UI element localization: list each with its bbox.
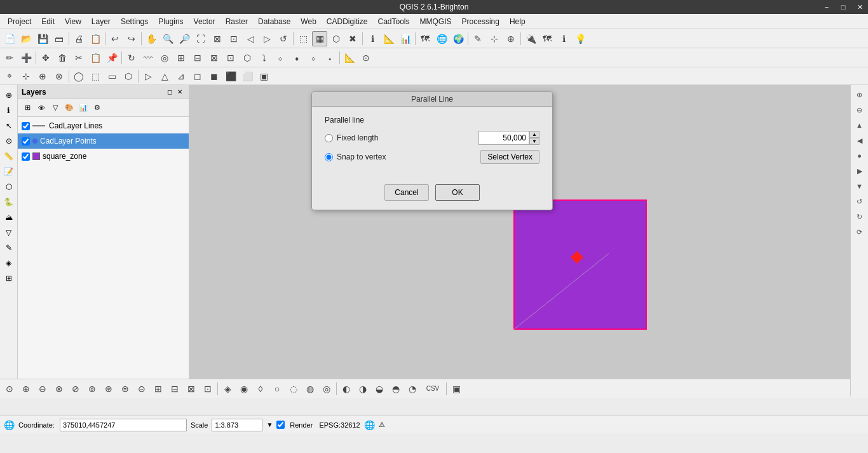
zoom-layer-button[interactable]: ⊠ — [210, 31, 225, 46]
delete-ring-button[interactable]: ⊠ — [207, 50, 222, 65]
attr-layer-button[interactable]: 📊 — [77, 102, 90, 114]
bd10[interactable]: ⊞ — [151, 381, 166, 396]
nav-pan-down[interactable]: ▼ — [853, 179, 867, 193]
advanced-digitize-button[interactable]: ⊹ — [487, 31, 502, 46]
annotation-tool[interactable]: 📝 — [2, 165, 16, 179]
draw6[interactable]: ⬚ — [88, 69, 103, 84]
undo-button[interactable]: ↩ — [107, 31, 123, 46]
layer-item-cadlayer-lines[interactable]: CadLayer Lines — [18, 118, 189, 133]
copy-feature-button[interactable]: 📋 — [88, 50, 103, 65]
split-parts-button[interactable]: ⬧ — [289, 50, 304, 65]
select-vertex-button[interactable]: Select Vertex — [480, 150, 539, 164]
layer-checkbox-points[interactable] — [22, 137, 30, 145]
plugin2-button[interactable]: 🗺 — [539, 31, 555, 46]
draw7[interactable]: ▭ — [104, 69, 119, 84]
nav-zoom-out[interactable]: ⊖ — [853, 103, 867, 117]
add-layer-button[interactable]: ⊞ — [21, 102, 34, 114]
bd8[interactable]: ⊜ — [118, 381, 133, 396]
draw2[interactable]: ⊹ — [18, 69, 34, 84]
zoom-full-button[interactable]: ⛶ — [193, 31, 208, 46]
layer-checkbox-lines[interactable] — [22, 122, 30, 130]
draw16[interactable]: ▣ — [256, 69, 271, 84]
maximize-button[interactable]: □ — [835, 0, 851, 14]
nav-rotate-left[interactable]: ↺ — [853, 194, 867, 208]
select-rect-button[interactable]: ▦ — [312, 31, 327, 46]
nav-refresh[interactable]: ⟳ — [853, 225, 867, 239]
zoom-selection-button[interactable]: ⊡ — [226, 31, 241, 46]
print-composer-button[interactable]: 📋 — [88, 31, 103, 46]
map-canvas-area[interactable]: Parallel Line Parallel line Fixed length… — [189, 85, 868, 396]
minimize-button[interactable]: − — [818, 0, 835, 14]
draw13[interactable]: ◼ — [207, 69, 222, 84]
vertex-tool[interactable]: ◈ — [2, 256, 16, 270]
ok-button[interactable]: OK — [435, 184, 480, 201]
fixed-length-radio[interactable] — [325, 134, 333, 142]
bd14[interactable]: ◈ — [220, 381, 235, 396]
menu-raster[interactable]: Raster — [220, 16, 253, 27]
osm-button[interactable]: 🗺 — [417, 31, 433, 46]
fill-ring-button[interactable]: ⊟ — [190, 50, 205, 65]
spin-up-button[interactable]: ▲ — [529, 131, 539, 138]
open-button[interactable]: 📂 — [18, 31, 34, 46]
bd7[interactable]: ⊛ — [101, 381, 116, 396]
menu-cadtools[interactable]: CadTools — [373, 16, 415, 27]
draw10[interactable]: △ — [157, 69, 172, 84]
bd1[interactable]: ⊙ — [2, 381, 17, 396]
zoom-next-button[interactable]: ▷ — [259, 31, 275, 46]
bd16[interactable]: ◊ — [253, 381, 268, 396]
draw14[interactable]: ⬛ — [223, 69, 238, 84]
draw3[interactable]: ⊕ — [35, 69, 50, 84]
bd9[interactable]: ⊝ — [134, 381, 149, 396]
style-button[interactable]: 🎨 — [63, 102, 76, 114]
plugin1-button[interactable]: 🔌 — [523, 31, 538, 46]
select-poly-button[interactable]: ⬡ — [329, 31, 344, 46]
bd24[interactable]: ◓ — [388, 381, 403, 396]
nav-pan-up[interactable]: ▲ — [853, 118, 867, 132]
terrain-tool[interactable]: ⛰ — [2, 210, 16, 224]
bd23[interactable]: ◒ — [372, 381, 387, 396]
settings-layer-button[interactable]: ⚙ — [91, 102, 104, 114]
deselect-button[interactable]: ✖ — [345, 31, 360, 46]
zoom-last-button[interactable]: ◁ — [243, 31, 258, 46]
draw8[interactable]: ⬡ — [121, 69, 136, 84]
offset-curve-button[interactable]: ⤵ — [256, 50, 271, 65]
zoom-pan-tool[interactable]: ⊕ — [2, 88, 16, 102]
render-label[interactable]: Render — [290, 421, 313, 429]
python-tool[interactable]: 🐍 — [2, 195, 16, 209]
bd4[interactable]: ⊗ — [51, 381, 67, 396]
close-button[interactable]: ✕ — [851, 0, 868, 14]
edit-tool[interactable]: ✎ — [2, 241, 16, 255]
refresh-button[interactable]: ↺ — [276, 31, 291, 46]
bd5[interactable]: ⊘ — [68, 381, 83, 396]
menu-caddigitize[interactable]: CADDigitize — [322, 16, 373, 27]
draw15[interactable]: ⬜ — [240, 69, 255, 84]
menu-view[interactable]: View — [60, 16, 86, 27]
menu-database[interactable]: Database — [253, 16, 295, 27]
bd2[interactable]: ⊕ — [18, 381, 34, 396]
filter-layer-button[interactable]: ▽ — [49, 102, 62, 114]
bd12[interactable]: ⊠ — [184, 381, 199, 396]
draw5[interactable]: ◯ — [71, 69, 86, 84]
bd15[interactable]: ◉ — [236, 381, 252, 396]
fixed-length-input[interactable] — [478, 131, 529, 145]
scale-input[interactable] — [212, 419, 262, 431]
measure-button[interactable]: 📐 — [381, 31, 397, 46]
cut-feature-button[interactable]: ✂ — [71, 50, 86, 65]
delete-part-button[interactable]: ⊡ — [223, 50, 238, 65]
edit-node-button[interactable]: ✏ — [2, 50, 17, 65]
coordinate-input[interactable] — [60, 419, 187, 431]
menu-plugins[interactable]: Plugins — [153, 16, 188, 27]
layer-item-cadlayer-points[interactable]: CadLayer Points — [18, 133, 189, 149]
move-feature-button[interactable]: ✥ — [38, 50, 53, 65]
measure-tool[interactable]: 📏 — [2, 149, 16, 163]
bd20[interactable]: ◎ — [319, 381, 334, 396]
menu-web[interactable]: Web — [295, 16, 321, 27]
menu-edit[interactable]: Edit — [36, 16, 60, 27]
info-tool[interactable]: ℹ — [2, 104, 16, 118]
save-as-button[interactable]: 🗃 — [51, 31, 67, 46]
menu-help[interactable]: Help — [505, 16, 531, 27]
spatial-tool[interactable]: ⬡ — [2, 180, 16, 194]
filter-tool[interactable]: ▽ — [2, 226, 16, 240]
scale-dropdown-arrow[interactable]: ▼ — [266, 421, 273, 428]
pan-button[interactable]: ✋ — [144, 31, 159, 46]
